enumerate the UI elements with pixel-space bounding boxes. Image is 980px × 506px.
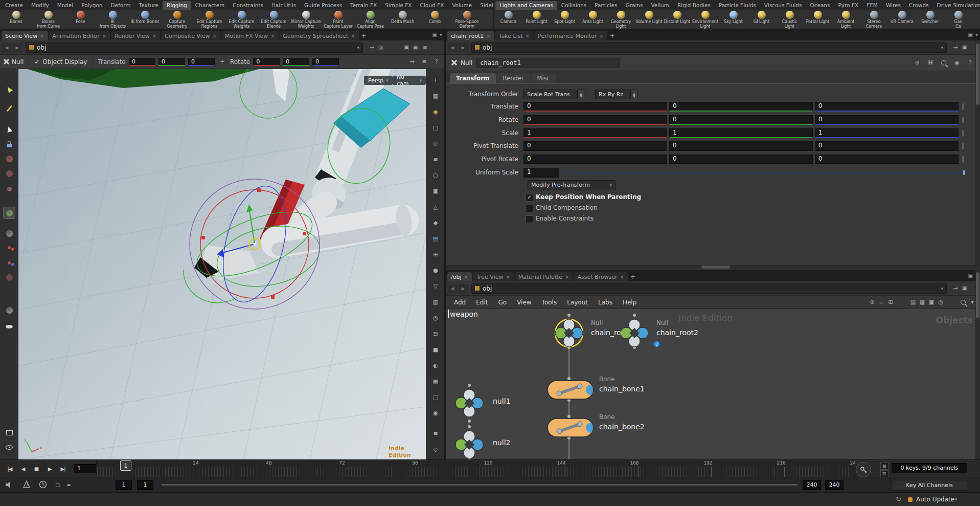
pin-path-icon[interactable]: → (951, 284, 960, 293)
global-start-field[interactable]: 1 (116, 480, 132, 490)
transform-order-dropdown[interactable]: Scale Rot Trans (523, 90, 578, 99)
scale-z-field[interactable]: 1 (815, 128, 959, 138)
pane-tab-performance-monitor[interactable]: Performance Monitor× (534, 31, 607, 40)
shelf-tab-fem[interactable]: FEM (862, 1, 882, 10)
pivot-translate-y-field[interactable]: 0 (669, 141, 813, 151)
timeline-ruler[interactable]: 24 48 72 96 120 144 168 192 216 240 1 (96, 460, 856, 477)
follow-selection-icon[interactable]: ◎ (376, 43, 385, 52)
tool-gan-camera[interactable]: GanCa (944, 10, 972, 29)
pivot-translate-x-field[interactable]: 0 (523, 141, 667, 151)
tools-icon[interactable]: ⊕ (868, 298, 877, 307)
auto-key-toggle[interactable]: ▦ (880, 463, 888, 470)
shelf-tab-model[interactable]: Model (53, 1, 78, 10)
forward-icon[interactable]: ▶ (459, 284, 468, 293)
node-chain-root1[interactable] (554, 318, 584, 348)
pivot-rotate-z-field[interactable]: 0 (815, 155, 959, 164)
material-icon[interactable]: ▤ (431, 234, 440, 243)
stop-button[interactable]: ■ (31, 464, 42, 474)
lock-camera-icon[interactable]: ◇ (431, 139, 440, 148)
shelf-tab-lights-cameras[interactable]: Lights and Cameras (495, 1, 557, 10)
pane-tab-asset-browser[interactable]: Asset Browser× (574, 272, 628, 281)
playhead-marker[interactable]: 1 (120, 460, 131, 471)
tool-pose-space-deform[interactable]: Pose-SpaceDeform (451, 10, 483, 29)
snapshot-icon[interactable]: ◉ (431, 107, 440, 116)
rotate-tool-icon[interactable] (4, 168, 15, 179)
tool-capture-geometry[interactable]: CaptureGeometry (161, 10, 193, 29)
shelf-tab-particles[interactable]: Particles (590, 1, 621, 10)
close-icon[interactable]: × (599, 33, 603, 39)
param-vertical-scrollbar[interactable] (975, 40, 980, 265)
close-icon[interactable]: × (351, 33, 355, 39)
refresh-icon[interactable]: ↻ (896, 495, 901, 503)
modify-pretransform-button[interactable]: Modify Pre-Transform▾ (528, 180, 616, 190)
rotate-x-field[interactable]: 0 (523, 115, 667, 125)
pivot-translate-z-field[interactable]: 0 (815, 141, 959, 151)
close-icon[interactable]: × (620, 274, 624, 280)
viewport-toolbar-icon[interactable]: ◉ (431, 408, 440, 417)
close-icon[interactable]: × (213, 33, 217, 39)
constraints-tool-icon[interactable] (4, 257, 15, 269)
info-badge[interactable]: i (653, 341, 660, 347)
shelf-tab-texture[interactable]: Texture (135, 1, 163, 10)
pane-layout-icon[interactable]: ▣ (968, 32, 973, 37)
close-icon[interactable]: × (270, 33, 275, 39)
shelf-tab-vellum[interactable]: Vellum (647, 1, 673, 10)
menu-view[interactable]: View (512, 296, 536, 309)
translate-tool-icon[interactable] (4, 153, 15, 164)
pane-tab-chain-root1[interactable]: chain_root1× (447, 31, 494, 40)
close-icon[interactable]: × (102, 33, 106, 39)
viewport-toolbar-icon[interactable]: ■ (431, 345, 440, 354)
pane-menu-caret-icon[interactable]: ▾ (975, 32, 978, 37)
network-box-label[interactable]: weapon (448, 310, 478, 318)
camera-menu-button[interactable]: Persp▾ (364, 76, 393, 85)
enable-constraints-checkbox[interactable] (526, 215, 533, 223)
pane-layout-icon[interactable]: ▣ (968, 273, 973, 278)
channel-slider[interactable] (962, 143, 964, 149)
new-pane-tab-button[interactable]: + (608, 31, 617, 40)
menu-tools[interactable]: Tools (537, 296, 562, 309)
tool-edit-capture-blends[interactable]: Edit CaptureBlends (258, 10, 290, 29)
shelf-tab-deform[interactable]: Deform (106, 1, 134, 10)
node-null2[interactable] (454, 430, 484, 459)
node-null1[interactable] (454, 388, 484, 418)
grid-layout-icon[interactable]: ⊞ (886, 298, 895, 307)
viewport-toolbar-icon[interactable]: ● (431, 266, 440, 275)
tool-vr-camera[interactable]: VR Camera (888, 10, 916, 29)
pane-tab-motion-fx-view[interactable]: Motion FX View× (221, 31, 279, 40)
shelf-tab-particle-fluids[interactable]: Particle Fluids (715, 1, 760, 10)
node-chain-bone2[interactable] (547, 417, 594, 438)
scale-x-field[interactable]: 1 (523, 128, 667, 138)
pivot-rotate-x-field[interactable]: 0 (523, 155, 667, 164)
display-options-icon[interactable]: ⊞ (431, 250, 440, 259)
translate-y-field[interactable]: 0 (158, 58, 185, 66)
pane-tab-composite-view[interactable]: Composite View× (161, 31, 220, 40)
back-icon[interactable]: ◀ (448, 284, 457, 293)
ik-handles-icon[interactable] (4, 242, 15, 253)
follow-selection-icon[interactable]: ▣ (960, 43, 969, 52)
network-canvas[interactable]: weapon Indie Edition Objects Null chain_… (446, 309, 980, 459)
child-compensation-checkbox[interactable] (526, 205, 533, 212)
close-icon[interactable]: × (40, 33, 44, 39)
new-pane-tab-button[interactable]: + (360, 31, 368, 40)
help-icon[interactable]: ? (966, 58, 975, 68)
key-all-channels-button[interactable]: Key All Channels (892, 480, 967, 491)
back-icon[interactable]: ◀ (2, 43, 11, 52)
close-icon[interactable]: × (464, 274, 468, 280)
list-view-icon[interactable]: ▤ (908, 298, 918, 307)
tool-distant-light[interactable]: Distant Light (663, 10, 691, 29)
shelf-tab-drive-simulation[interactable]: Drive Simulation (933, 1, 980, 10)
close-icon[interactable]: × (526, 33, 530, 39)
tool-paint-capture-layer[interactable]: PaintCapture Layer (322, 10, 354, 29)
pane-options-icon[interactable]: ≡ (420, 43, 429, 52)
shading-mode-icon[interactable]: ▣ (431, 186, 440, 195)
shadows-icon[interactable]: ◆ (431, 218, 440, 227)
jump-to-end-button[interactable]: ▶| (57, 464, 69, 474)
viewport-toolbar-icon[interactable]: ⊟ (431, 329, 440, 338)
close-icon[interactable]: × (486, 33, 490, 39)
visibility-icon[interactable] (4, 442, 15, 453)
frame-range-slider[interactable] (162, 484, 797, 486)
play-button[interactable]: ▶ (44, 464, 55, 474)
viewport-toolbar-icon[interactable]: ▦ (431, 377, 440, 386)
rotate-x-field[interactable]: 0 (253, 58, 280, 66)
play-reverse-button[interactable]: ◀ (17, 464, 29, 474)
